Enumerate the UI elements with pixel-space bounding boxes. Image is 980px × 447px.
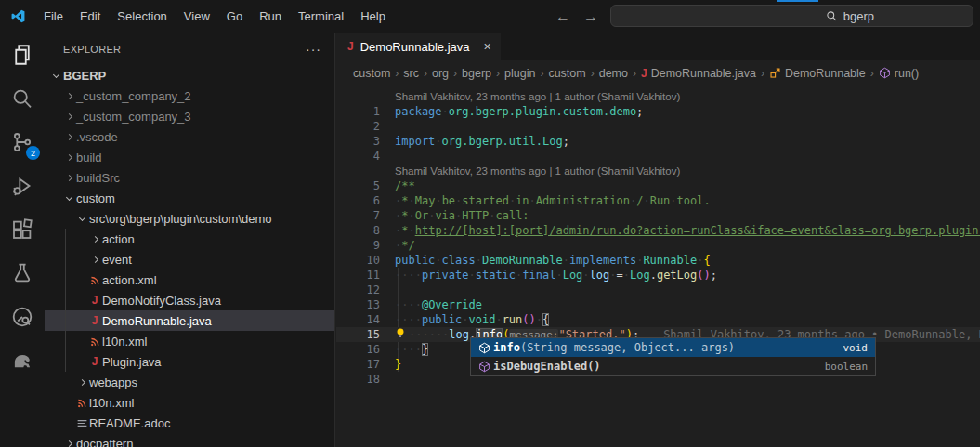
tree-item-label: webapps [89,375,137,389]
suggest-item[interactable]: info(String message, Object... args)void [471,338,875,357]
tree-item-label: l10n.xml [89,396,134,410]
breadcrumb-item[interactable]: DemoRunnable [769,67,866,80]
tree-item[interactable]: _custom_company_3 [45,106,334,126]
breadcrumb-separator: › [591,67,595,80]
extensions-icon[interactable] [0,207,45,251]
tree-item[interactable]: .vscode [45,126,334,147]
breadcrumb-item[interactable]: src [403,67,419,80]
code-line[interactable]: 6·*·May·be·started·in·Administration·/·R… [336,193,980,208]
top-accent-strip [777,0,818,2]
code-token: () [522,313,535,326]
tree-item[interactable]: _custom_company_2 [45,85,334,106]
breadcrumb-item[interactable]: org [432,67,449,80]
code-line[interactable]: 7·*·Or·via·HTTP·call: [336,208,980,223]
tree-item[interactable]: buildSrc [45,167,334,188]
code-token: · [462,313,468,326]
menu-run[interactable]: Run [251,6,290,27]
breadcrumb-item[interactable]: plugin [504,67,535,80]
tree-item-label: BGERP [63,69,106,83]
code-line[interactable]: 12 [336,283,980,297]
code-line[interactable]: 14····public·void·run()·{ [336,312,980,327]
breadcrumb-item[interactable]: custom [353,67,390,80]
xml-file-icon [87,335,102,348]
tree-item[interactable]: src\org\bgerp\plugin\custom\demo [45,208,334,229]
code-line[interactable]: 9·*/ [336,238,980,253]
tree-item[interactable]: webapps [45,372,334,392]
tree-item[interactable]: event [45,249,334,270]
code-token: · [435,254,441,267]
line-number: 5 [336,178,395,193]
code-token: ; [563,135,569,148]
nav-forward-button[interactable]: → [583,8,598,25]
breadcrumb-item[interactable]: custom [548,67,585,80]
run-debug-icon[interactable] [0,164,45,207]
code-token: log [590,269,610,282]
tree-item-label: custom [76,191,115,205]
testing-icon[interactable] [0,251,45,295]
tree-item[interactable]: l10n.xml [45,331,334,351]
explorer-more-actions-icon[interactable]: ··· [306,42,321,57]
breadcrumb-item[interactable]: bgerp [462,67,491,80]
tree-item[interactable]: README.adoc [45,413,334,433]
analysis-extension-icon[interactable] [0,295,45,338]
command-center-search[interactable]: bgerp [610,5,973,27]
code-line[interactable]: 1package·org.bgerp.plugin.custom.demo; [336,104,980,119]
menu-file[interactable]: File [35,6,72,27]
tree-item[interactable]: JDemoRunnable.java [45,310,334,331]
menu-help[interactable]: Help [352,6,394,27]
menu-selection[interactable]: Selection [109,6,175,27]
tree-item-label: build [76,151,101,164]
tree-item[interactable]: l10n.xml [45,392,334,413]
menu-terminal[interactable]: Terminal [290,6,352,27]
code-token: static [476,269,516,282]
suggest-return-type: void [843,342,869,354]
code-token: · [609,269,616,282]
lightbulb-icon[interactable] [395,327,408,339]
breadcrumb-item[interactable]: run() [879,67,919,80]
tab-demorunnable[interactable]: J DemoRunnable.java × [336,33,501,60]
code-token: · [476,254,482,267]
line-number: 6 [336,193,395,208]
code-line[interactable]: 13····@Override [336,297,980,312]
line-number: 1 [336,104,395,119]
code-token: http://[host]:[port]/admin/run.do?action… [415,224,980,237]
nav-back-button[interactable]: ← [555,8,570,25]
code-line[interactable]: 8·*·http://[host]:[port]/admin/run.do?ac… [336,223,980,238]
tree-item[interactable]: docpattern [45,433,334,447]
breadcrumb-label: DemoRunnable.java [651,67,756,80]
java-file-icon: J [87,314,102,327]
tree-item-label: DemoRunnable.java [102,314,212,328]
breadcrumb-item[interactable]: demo [599,67,628,80]
menu-go[interactable]: Go [218,6,251,27]
menu-view[interactable]: View [176,6,218,27]
suggest-item[interactable]: isDebugEnabled()boolean [471,357,875,375]
code-line[interactable]: 11····private·static·final·Log·log·=·Log… [336,268,980,283]
breadcrumb-label: src [403,67,419,80]
tree-item[interactable]: JPlugin.java [45,351,334,372]
tree-item[interactable]: custom [45,188,334,208]
breadcrumb-separator: › [424,67,427,80]
menu-edit[interactable]: Edit [72,6,109,27]
breadcrumb-item[interactable]: JDemoRunnable.java [641,67,756,80]
code-line[interactable]: 10public·class·DemoRunnable·implements·R… [336,253,980,268]
tree-item[interactable]: action [45,229,334,249]
line-number: 10 [336,253,395,268]
search-view-icon[interactable] [0,76,45,120]
explorer-icon[interactable] [0,33,45,76]
code-line[interactable]: 5/** [336,178,980,193]
code-token: ·*·Or·via·HTTP·call: [395,209,529,222]
tree-item[interactable]: action.xml [45,270,334,290]
tree-item[interactable]: JDemoNotifyClass.java [45,290,334,310]
code-token: ······ [409,328,449,341]
code-token: getLog [657,269,697,282]
source-control-icon[interactable]: 2 [0,120,45,164]
code-line[interactable]: 2 [336,119,980,134]
tree-item[interactable]: BGERP [45,65,334,85]
tree-item-label: .vscode [76,130,118,144]
breadcrumb-label: demo [599,67,628,80]
close-tab-icon[interactable]: × [483,39,490,54]
tree-item[interactable]: build [45,147,334,167]
code-line[interactable]: 3import·org.bgerp.util.Log; [336,134,980,149]
gradle-elephant-icon[interactable] [0,338,45,382]
code-line[interactable]: 4 [336,149,980,164]
